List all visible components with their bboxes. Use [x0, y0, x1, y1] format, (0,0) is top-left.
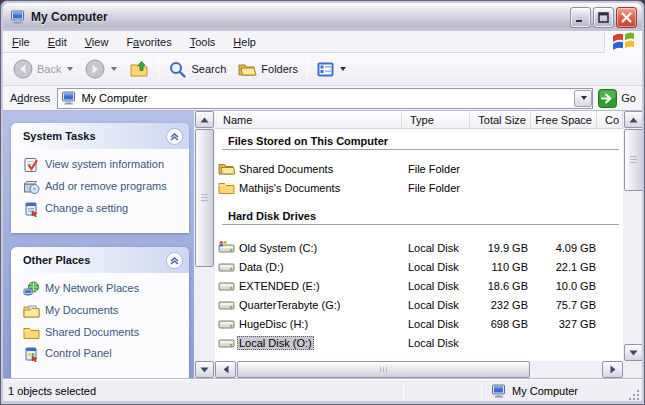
item-free-space: 22.1 GB: [531, 261, 597, 273]
address-combo[interactable]: My Computer: [57, 88, 593, 109]
toolbar-separator: [158, 57, 159, 81]
status-zone-label: My Computer: [512, 385, 578, 397]
item-type: Local Disk: [402, 242, 470, 254]
scroll-right-button[interactable]: [602, 361, 623, 378]
scrollbar-thumb[interactable]: [624, 129, 642, 191]
item-free-space: 4.09 GB: [531, 242, 597, 254]
maximize-button[interactable]: [593, 7, 614, 28]
column-header-total-size[interactable]: Total Size: [470, 111, 531, 128]
sidebar-item-control-panel[interactable]: Control Panel: [23, 346, 183, 362]
menu-favorites[interactable]: Favorites: [117, 33, 180, 51]
address-bar: Address My Computer Go: [3, 86, 642, 111]
sidebar-item-my-network-places[interactable]: My Network Places: [23, 281, 183, 297]
network-icon: [23, 281, 40, 297]
sidebar-item-label: View system information: [45, 157, 164, 171]
collapse-button[interactable]: [166, 128, 183, 145]
group-header: Files Stored on This Computer: [215, 135, 623, 147]
list-row-shared-documents[interactable]: Shared DocumentsFile Folder: [215, 159, 623, 178]
folders-button[interactable]: Folders: [234, 59, 302, 79]
my-computer-icon: [10, 9, 26, 25]
sidebar-item-label: Add or remove programs: [45, 179, 167, 193]
title-bar[interactable]: My Computer: [3, 3, 642, 31]
scroll-down-icon: [200, 367, 209, 373]
list-row-old-system-c-[interactable]: Old System (C:)Local Disk19.9 GB4.09 GB: [215, 238, 623, 257]
column-header-name[interactable]: Name: [215, 111, 402, 128]
list-vertical-scrollbar[interactable]: [623, 111, 642, 361]
folder-icon: [218, 180, 235, 195]
windows-logo: [604, 31, 642, 53]
views-button[interactable]: [313, 60, 350, 79]
views-dropdown-icon[interactable]: [340, 67, 346, 71]
system-info-icon: [23, 157, 40, 173]
scrollbar-thumb[interactable]: [237, 361, 530, 378]
item-type: Local Disk: [402, 337, 470, 349]
menu-edit[interactable]: Edit: [39, 33, 76, 51]
panel-title: System Tasks: [23, 130, 166, 142]
item-name: Data (D:): [237, 260, 286, 274]
sidebar-item-view-system-information[interactable]: View system information: [23, 157, 183, 173]
item-total-size: 232 GB: [470, 299, 531, 311]
window-title: My Computer: [31, 10, 568, 24]
group-header: Hard Disk Drives: [215, 210, 623, 222]
go-button[interactable]: [598, 89, 617, 108]
close-button[interactable]: [616, 7, 637, 28]
scroll-left-button[interactable]: [215, 361, 236, 378]
minimize-button[interactable]: [570, 7, 591, 28]
resize-grip[interactable]: [628, 389, 640, 401]
menu-file[interactable]: File: [3, 33, 39, 51]
list-row-quarterterabyte-g-[interactable]: QuarterTerabyte (G:)Local Disk232 GB75.7…: [215, 295, 623, 314]
sidebar-item-my-documents[interactable]: My Documents: [23, 303, 183, 319]
item-type: Local Disk: [402, 280, 470, 292]
back-button[interactable]: Back: [9, 57, 77, 81]
explorer-main: System TasksView system informationAdd o…: [3, 111, 642, 378]
scroll-up-icon: [629, 117, 638, 123]
search-button[interactable]: Search: [164, 58, 230, 81]
sidebar-item-change-a-setting[interactable]: Change a setting: [23, 201, 183, 217]
scroll-up-button[interactable]: [195, 111, 214, 128]
menu-view[interactable]: View: [76, 33, 118, 51]
item-name: EXTENDED (E:): [237, 279, 322, 293]
list-row-local-disk-o-[interactable]: Local Disk (O:)Local Disk: [215, 333, 623, 352]
sidebar-item-label: My Network Places: [45, 281, 139, 295]
list-row-hugedisc-h-[interactable]: HugeDisc (H:)Local Disk698 GB327 GB: [215, 314, 623, 333]
sidebar-item-shared-documents[interactable]: Shared Documents: [23, 325, 183, 340]
panel-other-places: Other PlacesMy Network PlacesMy Document…: [11, 247, 189, 378]
add-remove-icon: [23, 179, 40, 195]
scroll-up-button[interactable]: [624, 111, 642, 128]
column-header-co[interactable]: Co: [597, 111, 623, 128]
list-row-extended-e-[interactable]: EXTENDED (E:)Local Disk18.6 GB10.0 GB: [215, 276, 623, 295]
item-name: QuarterTerabyte (G:): [237, 298, 342, 312]
folders-label: Folders: [261, 63, 298, 75]
up-button[interactable]: [125, 57, 153, 81]
forward-button[interactable]: [81, 57, 121, 81]
address-dropdown-button[interactable]: [574, 90, 592, 107]
collapse-button[interactable]: [166, 252, 183, 269]
list-row-mathijs-s-documents[interactable]: Mathijs's DocumentsFile Folder: [215, 178, 623, 197]
task-pane-scrollbar[interactable]: [194, 111, 215, 378]
minimize-icon: [574, 11, 587, 24]
scroll-down-button[interactable]: [195, 361, 214, 378]
column-header-type[interactable]: Type: [402, 111, 470, 128]
panel-header[interactable]: Other Places: [11, 247, 189, 273]
control-panel-icon: [23, 346, 40, 362]
back-label: Back: [37, 63, 61, 75]
drive-icon: [218, 297, 235, 313]
menu-tools[interactable]: Tools: [181, 33, 225, 51]
list-row-data-d-[interactable]: Data (D:)Local Disk110 GB22.1 GB: [215, 257, 623, 276]
item-name: Local Disk (O:): [237, 336, 314, 350]
chevron-up-icon: [169, 131, 180, 142]
horizontal-scrollbar[interactable]: [215, 361, 623, 378]
sidebar-item-label: My Documents: [45, 303, 118, 317]
forward-dropdown-icon[interactable]: [111, 67, 117, 71]
scrollbar-thumb[interactable]: [195, 129, 214, 267]
back-dropdown-icon[interactable]: [67, 67, 73, 71]
column-header-free-space[interactable]: Free Space: [531, 111, 597, 128]
scroll-down-button[interactable]: [624, 344, 642, 361]
file-list-content: Files Stored on This ComputerShared Docu…: [215, 135, 623, 352]
panel-header[interactable]: System Tasks: [11, 123, 189, 149]
item-type: File Folder: [402, 163, 470, 175]
item-total-size: 19.9 GB: [470, 242, 531, 254]
sidebar-item-add-or-remove-programs[interactable]: Add or remove programs: [23, 179, 183, 195]
menu-help[interactable]: Help: [224, 33, 265, 51]
windows-flag-icon: [612, 32, 636, 51]
